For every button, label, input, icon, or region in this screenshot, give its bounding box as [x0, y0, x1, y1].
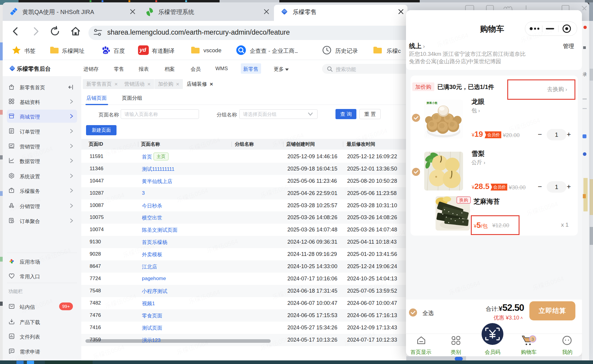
svg-text:du: du	[104, 51, 107, 54]
svg-text:辉果小熊: 辉果小熊	[426, 102, 437, 105]
